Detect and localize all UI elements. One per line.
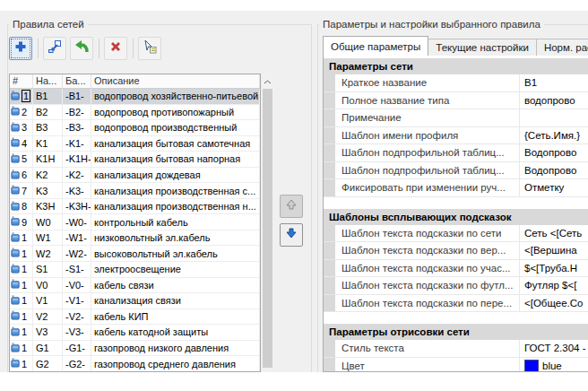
table-header: #На...Ба...Описание	[10, 74, 260, 89]
property-label: Шаблон текста подсказки по пере...	[335, 295, 520, 312]
rule-icon	[11, 169, 21, 181]
property-row[interactable]: Краткое названиеB1	[324, 74, 588, 92]
undo-button[interactable]	[70, 37, 93, 60]
table-scrollbar[interactable]	[262, 74, 273, 372]
row-gutter	[324, 277, 335, 294]
scrollbar-thumb[interactable]	[263, 89, 272, 368]
rule-icon	[11, 91, 21, 102]
property-value[interactable]	[520, 109, 588, 126]
table-row[interactable]: 3B3-B3-водопровод производственный	[10, 120, 260, 136]
column-header[interactable]: #	[10, 74, 33, 88]
table-row[interactable]: 1W2-W2-высоковольтный эл.кабель	[10, 246, 260, 262]
table-row[interactable]: 1V3-V3-кабель катодной защиты	[10, 325, 260, 341]
table-row[interactable]: 1B1-B1-водопровод хозяйственно-питьевой	[10, 89, 260, 105]
column-header[interactable]: Ба...	[63, 74, 91, 88]
property-value[interactable]: <[Вершина	[520, 242, 588, 259]
chevron-up-icon	[264, 72, 272, 88]
row-gutter	[324, 358, 335, 372]
rule-icon	[11, 295, 21, 307]
row-number-cell: 1	[10, 89, 33, 104]
rule-settings-title: Параметры и настройки выбранного правила	[319, 18, 544, 30]
table-row[interactable]: 5K1H-K1H-канализация бытовая напорная	[10, 152, 260, 168]
row-number: 6	[22, 169, 27, 180]
row-number: 1	[22, 248, 27, 259]
property-value-text: Водопрово	[524, 147, 576, 158]
color-swatch[interactable]	[524, 360, 539, 371]
property-value[interactable]: Водопрово	[520, 162, 588, 179]
table-row[interactable]: 1S1-S1-электроосвещение	[10, 262, 260, 278]
delete-rule-button[interactable]	[104, 37, 127, 60]
property-value[interactable]: blue	[520, 358, 588, 372]
table-row[interactable]: 1V0-V0-кабель связи	[10, 278, 260, 294]
property-value-text: <[Общее.Со	[524, 298, 583, 308]
property-row[interactable]: Шаблон текста подсказки по вер...<[Верши…	[324, 242, 588, 260]
property-value[interactable]: {Сеть.Имя.}	[520, 127, 588, 144]
table-row[interactable]: 1W1-W1-низковольтный эл.кабель	[10, 230, 260, 247]
property-value[interactable]: водопрово	[520, 92, 588, 109]
row-number: 1	[22, 232, 27, 243]
property-label: Шаблон подпрофильной таблиц...	[335, 144, 520, 161]
property-label: Шаблон текста подсказки по вер...	[335, 242, 520, 259]
row-description: канализация производственная с...	[91, 183, 260, 198]
property-value[interactable]: ГОСТ 2.304 -	[520, 340, 588, 357]
column-header[interactable]: На...	[33, 74, 63, 88]
table-row[interactable]: 1G1-G1-газопровод низкого давления	[10, 341, 260, 357]
row-description: газопровод низкого давления	[91, 341, 260, 356]
row-description: газопровод среднего давления	[91, 356, 260, 371]
row-number: 8	[22, 201, 27, 212]
copy-rule-button[interactable]	[43, 37, 66, 60]
row-description: канализация бытовая самотечная	[91, 136, 260, 152]
row-name: V1	[33, 293, 63, 308]
property-row[interactable]: Шаблон подпрофильной таблиц...Водопрово	[324, 162, 588, 180]
move-up-button[interactable]	[280, 195, 303, 218]
section-header: Шаблоны всплывающих подсказок	[324, 209, 588, 225]
table-row[interactable]: 4K1-K1-канализация бытовая самотечная	[10, 136, 260, 152]
property-value-text: {Сеть.Имя.}	[524, 130, 580, 141]
tab-norm-distances[interactable]: Норм. расстояния	[536, 39, 588, 56]
property-row[interactable]: Шаблон подпрофильной таблиц...Водопрово	[324, 144, 588, 162]
table-row[interactable]: 2B2-B2-водопровод противопожарный	[10, 105, 260, 121]
row-description: водопровод противопожарный	[91, 105, 260, 120]
property-value[interactable]: Отметку	[520, 179, 588, 196]
property-row[interactable]: Полное название типаводопрово	[324, 92, 588, 110]
table-row[interactable]: 8K3H-K3H-канализация производственная н.…	[10, 199, 260, 215]
table-row[interactable]: 6K2-K2-канализация дождевая	[10, 168, 260, 184]
property-value-text: Футляр $<[	[524, 280, 576, 291]
property-row[interactable]: Цветblue	[324, 358, 588, 372]
property-value[interactable]: Водопрово	[520, 144, 588, 161]
property-row[interactable]: Стиль текстаГОСТ 2.304 -	[324, 340, 588, 358]
row-gutter	[324, 144, 335, 161]
tab-general-params[interactable]: Общие параметры	[323, 36, 428, 56]
column-header[interactable]: Описание	[91, 74, 260, 88]
row-gutter	[324, 74, 335, 91]
property-row[interactable]: Шаблон текста подсказки по пере...<[Обще…	[324, 295, 588, 313]
tab-current-settings[interactable]: Текущие настройки	[428, 39, 537, 56]
table-row[interactable]: 9W0-W0-контрольный кабель	[10, 214, 260, 230]
rule-icon	[11, 137, 21, 149]
property-value[interactable]: <[Общее.Со	[520, 295, 588, 312]
pick-rule-button[interactable]	[138, 37, 161, 60]
property-row[interactable]: Шаблон текста подсказки по сетиСеть <[Се…	[324, 225, 588, 243]
row-description: электроосвещение	[91, 262, 260, 277]
table-row[interactable]: 7K3-K3-канализация производственная с...	[10, 183, 260, 199]
row-description: низковольтный эл.кабель	[91, 230, 260, 246]
scrollbar-up-button[interactable]	[262, 74, 273, 86]
row-name: K1	[33, 136, 63, 152]
table-row[interactable]: 1V2-V2-кабель КИП	[10, 309, 260, 326]
add-rule-button[interactable]	[9, 37, 32, 60]
property-value[interactable]: $<[Труба.Н	[520, 260, 588, 277]
property-value[interactable]: Футляр $<[	[520, 277, 588, 294]
table-row[interactable]: 1V1-V1-канализация связи	[10, 293, 260, 309]
row-name: V2	[33, 309, 63, 325]
property-row[interactable]: Шаблон имени профиля{Сеть.Имя.}	[324, 127, 588, 145]
property-value[interactable]: B1	[520, 74, 588, 91]
property-row[interactable]: Шаблон текста подсказки по футл...Футляр…	[324, 277, 588, 295]
property-value[interactable]: Сеть <[Сеть	[520, 225, 588, 242]
property-value-text: ГОСТ 2.304 -	[524, 343, 585, 353]
property-row[interactable]: Фиксировать при изменении руч...Отметку	[324, 179, 588, 197]
move-down-button[interactable]	[280, 223, 303, 247]
table-row[interactable]: 1G2-G2-газопровод среднего давления	[10, 356, 260, 372]
row-number: 1	[22, 311, 27, 322]
property-row[interactable]: Примечание	[324, 109, 588, 127]
property-row[interactable]: Шаблон текста подсказки по учас...$<[Тру…	[324, 260, 588, 278]
